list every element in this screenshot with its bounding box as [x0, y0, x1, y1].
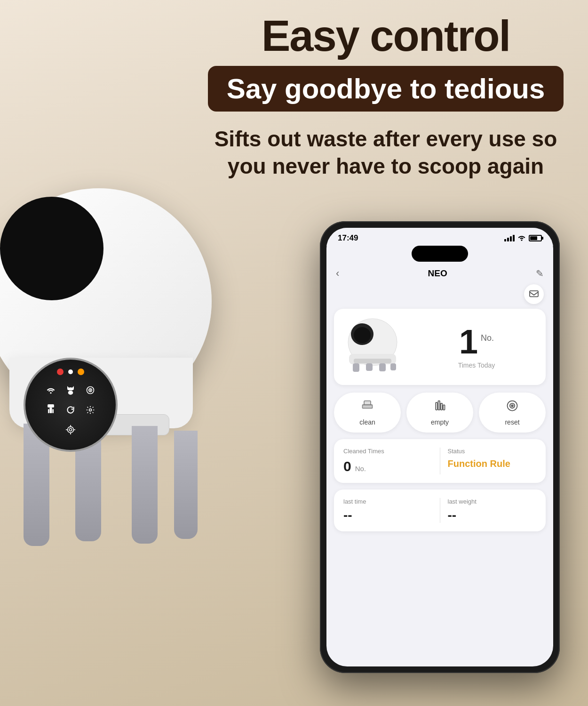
- clean-icon: [361, 399, 374, 416]
- status-section: Status Function Rule: [448, 448, 537, 474]
- dot-orange: [78, 369, 84, 375]
- empty-label: empty: [431, 418, 449, 426]
- reset-label: reset: [505, 418, 519, 426]
- svg-rect-25: [364, 401, 371, 405]
- usage-no-label: No.: [481, 333, 494, 343]
- status-icons: [504, 234, 542, 242]
- svg-rect-24: [390, 363, 396, 370]
- svg-rect-30: [441, 403, 443, 410]
- cleaned-times-section: Cleaned Times 0 No.: [343, 448, 432, 474]
- device-leg-4: [174, 431, 198, 539]
- clean-label: clean: [359, 418, 375, 426]
- empty-button[interactable]: empty: [406, 393, 473, 433]
- gear-icon: [82, 401, 99, 418]
- svg-point-0: [50, 392, 51, 393]
- message-icon-area: [326, 284, 553, 309]
- stat-divider: [440, 448, 440, 474]
- cleaned-times-unit: No.: [355, 465, 366, 473]
- svg-point-12: [69, 428, 72, 431]
- action-buttons: clean empty: [326, 385, 553, 433]
- dynamic-island: [412, 246, 468, 262]
- device-leg-3: [132, 426, 158, 544]
- status-bar: 17:49: [326, 228, 553, 246]
- subtitle-badge: Say goodbye to tedious: [208, 66, 564, 112]
- nav-title: NEO: [428, 268, 447, 279]
- top-text-area: Easy control Say goodbye to tedious Sift…: [198, 14, 574, 180]
- svg-point-3: [68, 391, 73, 395]
- svg-rect-27: [363, 405, 373, 408]
- dot-white: [68, 369, 73, 374]
- last-weight-section: last weight --: [448, 498, 537, 523]
- svg-rect-28: [436, 402, 437, 410]
- usage-number: 1: [459, 325, 478, 359]
- status-value: Function Rule: [448, 458, 537, 469]
- clean-button[interactable]: clean: [334, 393, 401, 433]
- last-weight-label: last weight: [448, 498, 537, 505]
- cleaned-times-value: 0: [343, 458, 351, 474]
- svg-point-13: [68, 427, 74, 433]
- refresh-icon: [62, 401, 79, 418]
- status-time: 17:49: [338, 233, 358, 243]
- last-time-section: last time --: [343, 498, 432, 523]
- svg-rect-20: [354, 359, 391, 363]
- message-icon[interactable]: [524, 284, 544, 304]
- battery-fill: [530, 236, 537, 240]
- reset-button[interactable]: reset: [479, 393, 546, 433]
- wifi-status-icon: [517, 234, 526, 242]
- cat-icon: [62, 382, 79, 399]
- back-button[interactable]: ‹: [336, 267, 339, 280]
- phone-frame: 17:49: [320, 221, 560, 673]
- signal-bars: [504, 235, 515, 241]
- empty-icon: [433, 399, 446, 416]
- panel-icons: [40, 379, 102, 441]
- svg-rect-23: [379, 363, 386, 371]
- phone-screen: 17:49: [326, 228, 553, 666]
- last-time-label: last time: [343, 498, 432, 505]
- last-time-value: --: [343, 508, 432, 523]
- svg-rect-29: [438, 401, 440, 410]
- svg-point-18: [354, 327, 371, 343]
- gear-detail-icon: [62, 421, 79, 438]
- svg-rect-9: [48, 409, 49, 413]
- svg-point-34: [511, 405, 513, 407]
- signal-bar-1: [504, 239, 506, 241]
- svg-rect-7: [48, 404, 54, 408]
- svg-point-6: [90, 390, 91, 391]
- phone-container: 17:49: [320, 221, 560, 673]
- stats-card: Cleaned Times 0 No. Status Function Rule: [334, 439, 546, 483]
- reset-icon: [506, 399, 519, 416]
- svg-rect-8: [49, 408, 52, 413]
- control-panel: [24, 358, 118, 452]
- dot-red: [57, 369, 64, 375]
- edit-button[interactable]: ✎: [536, 268, 544, 279]
- usage-sublabel: Times Today: [417, 361, 536, 369]
- device-image: [343, 316, 409, 377]
- svg-rect-31: [443, 405, 445, 410]
- nav-bar: ‹ NEO ✎: [326, 265, 553, 284]
- last-info-card: last time -- last weight --: [334, 489, 546, 531]
- signal-bar-4: [513, 235, 515, 241]
- device-info-card: 1 No. Times Today: [334, 309, 546, 385]
- target-icon: [82, 382, 99, 399]
- svg-rect-21: [353, 363, 359, 372]
- signal-bar-3: [510, 236, 512, 241]
- body-text: Sifts out waste after every use so you n…: [198, 126, 574, 180]
- brush-icon: [42, 401, 59, 418]
- device-area: [0, 188, 268, 612]
- cleaned-times-label: Cleaned Times: [343, 448, 432, 455]
- svg-rect-15: [530, 291, 538, 297]
- wifi-icon: [42, 382, 59, 399]
- panel-dots: [57, 369, 84, 375]
- last-weight-value: --: [448, 508, 537, 523]
- svg-rect-10: [52, 409, 54, 413]
- svg-point-14: [521, 239, 523, 241]
- svg-rect-22: [366, 363, 373, 371]
- svg-point-1: [69, 388, 70, 389]
- status-label: Status: [448, 448, 537, 455]
- svg-point-2: [71, 388, 72, 389]
- device-usage-info: 1 No. Times Today: [417, 325, 536, 369]
- main-title: Easy control: [198, 14, 574, 57]
- last-divider: [440, 498, 440, 523]
- svg-point-11: [89, 409, 92, 411]
- device-opening: [0, 197, 103, 300]
